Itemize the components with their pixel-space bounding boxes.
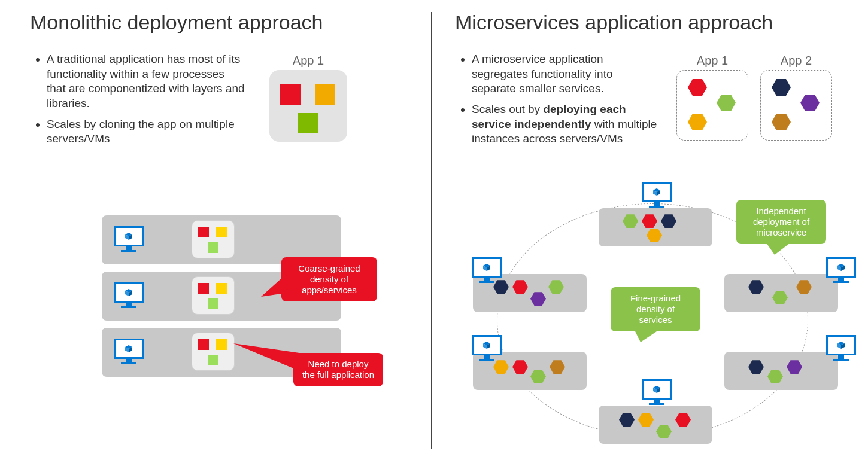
callout-full-deploy: Need to deploy the full application [293, 353, 383, 386]
cluster-node-upper-right [724, 263, 838, 312]
hex-red [512, 360, 528, 374]
app2-label: App 2 [760, 54, 832, 68]
mini-square-red [198, 339, 209, 350]
svg-marker-6 [635, 330, 658, 342]
monolithic-title: Monolithic deployment approach [30, 11, 413, 34]
node-hexes [473, 352, 587, 390]
callout-tail-icon [635, 330, 658, 342]
hex-service-lime [717, 95, 736, 111]
hex-orange [638, 413, 654, 427]
vm-monitor-icon [114, 339, 144, 365]
mini-square-red [198, 283, 209, 294]
vm-monitor-icon [114, 282, 144, 309]
hex-service-orange [688, 114, 707, 130]
callout-tail-icon [261, 275, 285, 299]
svg-marker-4 [261, 275, 285, 297]
mini-square-green [208, 242, 218, 253]
hex-red [642, 214, 657, 228]
component-square-red [280, 84, 301, 105]
monolith-app1-box [269, 70, 347, 142]
callout-fine-grained: Fine-grained density of services [611, 287, 700, 331]
vm-monitor-icon [642, 379, 672, 406]
hex-navy [748, 360, 764, 374]
hex-service-purple [800, 95, 820, 111]
vm-monitor-icon [114, 226, 144, 252]
callout-text: Fine-grained density of services [630, 293, 681, 325]
cluster-node-lower-left [473, 341, 587, 390]
node-hexes [599, 406, 712, 444]
node-hexes [724, 352, 838, 390]
hex-lime [772, 291, 788, 304]
microservices-title: Microservices application approach [455, 11, 850, 34]
hex-service-brown [772, 114, 791, 130]
cluster-node-lower-right [724, 341, 838, 390]
monolithic-column: Monolithic deployment approach A traditi… [30, 0, 413, 153]
hex-navy [619, 413, 635, 427]
bullet-item: Scales out by deploying each service ind… [472, 102, 658, 147]
hex-purple [530, 292, 546, 306]
hex-orange [493, 360, 509, 374]
callout-coarse-grained: Coarse-grained density of apps/services [281, 257, 377, 301]
ms-app2-group: App 2 [760, 54, 832, 141]
vm-monitor-icon [642, 182, 672, 208]
hex-navy [748, 280, 764, 294]
mini-app-box [192, 276, 235, 315]
hex-lime [530, 370, 546, 383]
svg-marker-5 [233, 343, 299, 371]
mini-square-green [208, 355, 218, 365]
callout-independent-deployment: Independent deployment of microservice [736, 200, 826, 244]
hex-lime [623, 214, 638, 228]
hex-red [512, 280, 528, 294]
callout-tail-icon [233, 341, 299, 377]
ms-app1-group: App 1 [676, 54, 748, 141]
mini-square-red [198, 227, 209, 237]
mini-app-box [192, 220, 235, 258]
hex-service-navy [772, 79, 791, 96]
app1-label: App 1 [269, 54, 347, 68]
monolith-app1-group: App 1 [269, 54, 347, 142]
ms-app1-box [676, 70, 748, 141]
callout-text: Coarse-grained density of apps/services [298, 263, 360, 295]
node-hexes [473, 274, 587, 312]
hex-red [675, 413, 691, 427]
svg-marker-7 [766, 243, 790, 255]
node-hexes [724, 274, 838, 312]
component-square-green [298, 113, 318, 133]
monolithic-bullets: A traditional application has most of it… [30, 52, 245, 147]
app1-label: App 1 [676, 54, 748, 68]
cluster-node-bottom [599, 395, 712, 444]
bullet-item: A microservice application segregates fu… [472, 52, 658, 96]
node-hexes [599, 208, 712, 246]
hex-brown [796, 280, 812, 294]
bullet-text-pre: Scales out by [472, 103, 543, 115]
mini-square-green [208, 298, 218, 309]
bullet-item: Scales by cloning the app on multiple se… [47, 117, 245, 147]
hex-lime [548, 280, 564, 294]
callout-tail-icon [766, 243, 790, 255]
callout-text: Independent deployment of microservice [753, 206, 809, 237]
mini-square-yellow [216, 227, 227, 237]
mini-app-box [192, 333, 235, 371]
hex-navy [493, 280, 509, 294]
cluster-node-top [599, 197, 712, 246]
hex-orange [647, 229, 662, 242]
hex-purple [787, 360, 802, 374]
microservices-bullets: A microservice application segregates fu… [455, 52, 658, 147]
hex-navy [661, 214, 676, 228]
cluster-node-upper-left [473, 263, 587, 312]
microservices-column: Microservices application approach A mic… [455, 0, 850, 153]
microservice-apps-group: App 1 App 2 [676, 54, 832, 141]
column-divider [431, 12, 432, 449]
hex-lime [767, 370, 783, 383]
hex-brown [550, 360, 565, 374]
callout-text: Need to deploy the full application [302, 359, 374, 380]
ms-app2-box [760, 70, 832, 141]
mini-square-yellow [216, 339, 227, 350]
bullet-item: A traditional application has most of it… [47, 52, 245, 111]
hex-service-red [688, 79, 707, 96]
hex-lime [656, 425, 672, 438]
mini-square-yellow [216, 283, 227, 294]
microservice-cluster: Fine-grained density of services Indepen… [461, 191, 856, 455]
component-square-orange [315, 84, 335, 105]
